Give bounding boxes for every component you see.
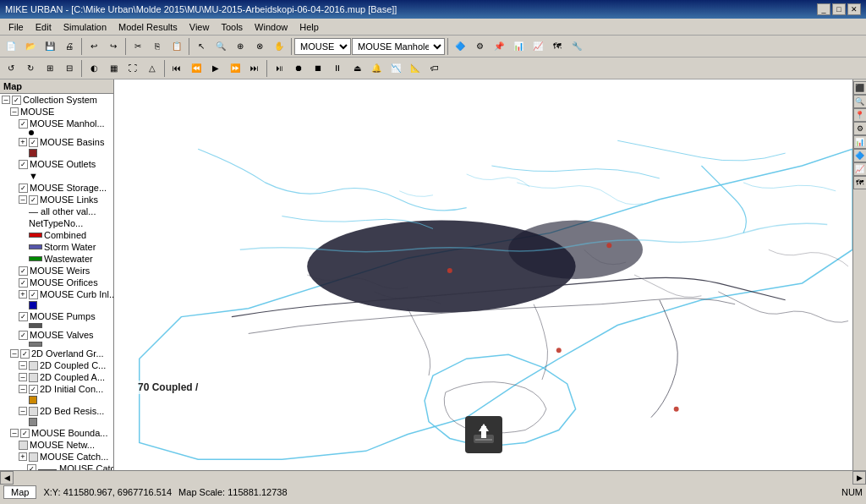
tree-mouse-links[interactable]: – ✓ MOUSE Links <box>0 194 113 205</box>
check-mouse-curb[interactable]: ✓ <box>29 290 38 299</box>
check-mouse-manholes[interactable]: ✓ <box>19 119 28 129</box>
tool-b[interactable]: ⚙ <box>470 37 489 56</box>
cut-button[interactable]: ✂ <box>129 37 147 56</box>
tree-2d-initial[interactable]: – ✓ 2D Initial Con... <box>0 383 113 395</box>
tree-stormwater[interactable]: Storm Water <box>0 241 113 253</box>
tree-mouse-orifices[interactable]: ✓ MOUSE Orifices <box>0 277 113 288</box>
t2-btn-13[interactable]: ⏭ <box>245 59 264 78</box>
expand-mouse-basins[interactable]: + <box>19 138 27 146</box>
menu-model-results[interactable]: Model Results <box>113 20 183 34</box>
print-button[interactable]: 🖨 <box>60 37 79 56</box>
horizontal-scrollbar[interactable]: ◀ ▶ <box>0 470 866 484</box>
tool-e[interactable]: 📈 <box>529 37 547 56</box>
tree-collection-system[interactable]: – ✓ Collection System <box>0 94 113 106</box>
right-btn-7[interactable]: 📈 <box>853 162 867 176</box>
expand-collection-system[interactable]: – <box>2 96 10 104</box>
tool-g[interactable]: 🔧 <box>567 37 586 56</box>
t2-btn-1[interactable]: ↺ <box>2 59 20 78</box>
right-btn-4[interactable]: ⚙ <box>853 122 867 135</box>
maximize-button[interactable]: □ <box>832 3 846 15</box>
redo-button[interactable]: ↪ <box>104 37 123 56</box>
window-controls[interactable]: _ □ ✕ <box>817 3 861 15</box>
menu-help[interactable]: Help <box>294 20 324 34</box>
check-mouse-weirs[interactable]: ✓ <box>19 266 28 276</box>
tool-c[interactable]: 📌 <box>490 37 508 56</box>
t2-btn-3[interactable]: ⊞ <box>41 59 59 78</box>
copy-button[interactable]: ⎘ <box>148 37 167 56</box>
t2-btn-11[interactable]: ▶ <box>206 59 225 78</box>
t2-btn-12[interactable]: ⏩ <box>226 59 244 78</box>
expand-2d-coupled-c[interactable]: – <box>19 361 27 370</box>
check-2d-coupled-a[interactable] <box>29 373 38 382</box>
tree-mouse-boundary[interactable]: – ✓ MOUSE Bounda... <box>0 427 113 439</box>
new-button[interactable]: 📄 <box>2 37 20 56</box>
tool-d[interactable]: 📊 <box>509 37 528 56</box>
tree-mouse-outlets[interactable]: ✓ MOUSE Outlets <box>0 158 113 170</box>
expand-mouse[interactable]: – <box>10 107 19 116</box>
tree-mouse-network[interactable]: MOUSE Netw... <box>0 439 113 451</box>
t2-btn-15[interactable]: ⏺ <box>289 59 308 78</box>
tree-mouse-valves[interactable]: ✓ MOUSE Valves <box>0 329 113 341</box>
expand-mouse-catch[interactable]: + <box>19 452 27 461</box>
menu-view[interactable]: View <box>184 20 215 34</box>
check-mouse-boundary[interactable]: ✓ <box>20 429 30 438</box>
expand-mouse-links[interactable]: – <box>19 195 27 204</box>
paste-button[interactable]: 📋 <box>167 37 186 56</box>
check-2d-bed[interactable] <box>29 407 38 416</box>
open-button[interactable]: 📂 <box>21 37 40 56</box>
expand-2d-overland[interactable]: – <box>10 349 19 358</box>
right-btn-3[interactable]: 📍 <box>853 108 867 122</box>
check-mouse-outlets[interactable]: ✓ <box>19 160 28 169</box>
scroll-track[interactable] <box>14 471 852 485</box>
t2-btn-4[interactable]: ⊟ <box>60 59 79 78</box>
t2-btn-7[interactable]: ⛶ <box>123 59 142 78</box>
zoom-in-button[interactable]: 🔍 <box>211 37 230 56</box>
tool-btn-1[interactable]: ⊕ <box>231 37 249 56</box>
tree-2d-coupled-c[interactable]: – 2D Coupled C... <box>0 359 113 371</box>
t2-btn-20[interactable]: 📉 <box>386 59 405 78</box>
expand-mouse-boundary[interactable]: – <box>10 429 19 437</box>
tree-mouse-basins[interactable]: + ✓ MOUSE Basins <box>0 136 113 148</box>
tool-btn-3[interactable]: ✋ <box>270 37 288 56</box>
check-collection-system[interactable]: ✓ <box>12 96 21 105</box>
map-center-icon[interactable] <box>465 416 502 453</box>
select-button[interactable]: ↖ <box>192 37 211 56</box>
undo-button[interactable]: ↩ <box>85 37 103 56</box>
tree-mouse-pumps[interactable]: ✓ MOUSE Pumps <box>0 310 113 322</box>
t2-btn-19[interactable]: 🔔 <box>367 59 386 78</box>
t2-btn-16[interactable]: ⏹ <box>309 59 327 78</box>
right-btn-2[interactable]: 🔍 <box>853 95 867 108</box>
check-mouse-valves[interactable]: ✓ <box>19 331 28 340</box>
check-2d-overland[interactable]: ✓ <box>20 349 30 359</box>
t2-btn-10[interactable]: ⏪ <box>187 59 206 78</box>
check-mouse-network[interactable] <box>19 441 28 450</box>
tree-wastewater[interactable]: Wastewater <box>0 253 113 265</box>
check-mouse-orifices[interactable]: ✓ <box>19 278 28 288</box>
right-btn-8[interactable]: 🗺 <box>853 176 867 189</box>
menu-window[interactable]: Window <box>249 20 293 34</box>
tool-a[interactable]: 🔷 <box>451 37 469 56</box>
tree-mouse-storage[interactable]: ✓ MOUSE Storage... <box>0 182 113 194</box>
t2-btn-18[interactable]: ⏏ <box>348 59 366 78</box>
tree-2d-overland[interactable]: – ✓ 2D Overland Gr... <box>0 348 113 359</box>
tool-btn-2[interactable]: ⊗ <box>250 37 269 56</box>
right-btn-1[interactable]: ⬛ <box>853 81 867 95</box>
right-btn-5[interactable]: 📊 <box>853 135 867 149</box>
t2-btn-8[interactable]: △ <box>143 59 162 78</box>
t2-btn-9[interactable]: ⏮ <box>167 59 186 78</box>
check-mouse-storage[interactable]: ✓ <box>19 184 28 193</box>
check-2d-initial[interactable]: ✓ <box>29 385 38 394</box>
tool-f[interactable]: 🗺 <box>548 37 567 56</box>
minimize-button[interactable]: _ <box>817 3 830 15</box>
tree-mouse-manholes[interactable]: ✓ MOUSE Manhol... <box>0 118 113 129</box>
tree-mouse-weirs[interactable]: ✓ MOUSE Weirs <box>0 265 113 277</box>
menu-edit[interactable]: Edit <box>30 20 57 34</box>
t2-btn-5[interactable]: ◐ <box>85 59 103 78</box>
scroll-right-button[interactable]: ▶ <box>852 471 866 485</box>
tree-mouse[interactable]: – MOUSE <box>0 106 113 118</box>
scroll-left-button[interactable]: ◀ <box>0 471 14 485</box>
check-mouse-basins[interactable]: ✓ <box>29 138 38 147</box>
save-button[interactable]: 💾 <box>41 37 59 56</box>
map-area[interactable]: 70 Coupled / <box>114 79 852 470</box>
menu-file[interactable]: File <box>3 20 29 34</box>
